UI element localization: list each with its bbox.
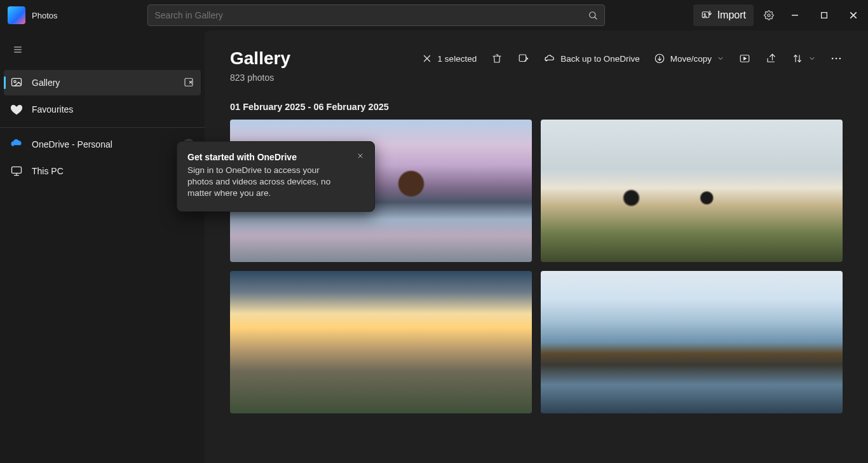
app-icon	[8, 6, 25, 24]
trash-icon	[491, 53, 503, 64]
slideshow-button[interactable]	[738, 53, 751, 64]
more-icon	[830, 52, 843, 65]
svg-point-13	[14, 81, 16, 83]
edit-image-button[interactable]	[517, 53, 530, 64]
maximize-icon	[821, 12, 827, 18]
sidebar-separator	[0, 127, 205, 128]
monitor-icon	[10, 165, 23, 177]
window-maximize-button[interactable]	[810, 0, 839, 31]
svg-point-25	[836, 58, 837, 60]
sidebar: Gallery Favourites OneDrive - Personal T…	[0, 31, 205, 463]
svg-rect-14	[185, 78, 193, 86]
gallery-icon	[10, 76, 23, 89]
move-copy-button[interactable]: Move/copy	[654, 53, 724, 64]
backup-onedrive-button[interactable]: Back up to OneDrive	[544, 53, 640, 64]
sidebar-item-label: This PC	[32, 166, 64, 176]
onedrive-tooltip: Get started with OneDrive Sign in to One…	[177, 141, 375, 212]
search-icon	[588, 10, 598, 20]
import-icon	[701, 10, 712, 21]
sort-icon	[792, 53, 803, 64]
move-icon	[654, 53, 665, 64]
svg-line-1	[595, 17, 597, 19]
close-icon	[356, 152, 364, 160]
cloud-icon	[544, 53, 555, 64]
search-input[interactable]	[154, 10, 588, 20]
sidebar-item-gallery[interactable]: Gallery	[4, 70, 201, 95]
page-title: Gallery	[230, 48, 290, 69]
close-icon	[850, 12, 857, 18]
svg-point-24	[832, 58, 834, 60]
svg-rect-16	[12, 167, 22, 173]
tooltip-body: Sign in to OneDrive to access your photo…	[187, 165, 346, 200]
svg-rect-6	[822, 13, 827, 18]
photo-count-label: 823 photos	[230, 73, 843, 83]
sort-button[interactable]	[792, 53, 816, 64]
gear-icon	[764, 10, 774, 20]
main-content: Gallery 1 selected Back up to OneDrive	[205, 31, 868, 463]
import-label: Import	[717, 10, 746, 21]
sidebar-item-label: Favourites	[32, 104, 73, 114]
svg-point-3	[704, 13, 705, 15]
svg-point-0	[590, 12, 595, 18]
slideshow-icon	[739, 53, 750, 64]
window-minimize-button[interactable]	[780, 0, 810, 31]
delete-button[interactable]	[491, 53, 503, 64]
minimize-icon	[792, 12, 798, 18]
photo-thumbnail[interactable]	[541, 120, 843, 262]
titlebar: Photos Import	[0, 0, 868, 31]
filter-icon[interactable]	[183, 77, 194, 88]
movecopy-label: Move/copy	[670, 54, 712, 64]
sidebar-item-favourites[interactable]: Favourites	[4, 97, 201, 122]
tooltip-title: Get started with OneDrive	[187, 152, 346, 162]
backup-label: Back up to OneDrive	[560, 54, 640, 64]
sidebar-item-onedrive[interactable]: OneDrive - Personal	[4, 132, 201, 157]
hamburger-icon	[13, 45, 23, 55]
svg-point-26	[839, 58, 841, 60]
sidebar-item-thispc[interactable]: This PC	[4, 158, 201, 184]
sidebar-item-label: OneDrive - Personal	[32, 139, 112, 149]
toolbar: 1 selected Back up to OneDrive Move/copy	[421, 52, 843, 65]
selection-count-label: 1 selected	[438, 54, 477, 64]
chevron-down-icon	[717, 55, 724, 62]
import-button[interactable]: Import	[693, 4, 754, 26]
svg-rect-21	[519, 55, 526, 62]
app-name: Photos	[32, 11, 57, 20]
date-range-label: 01 February 2025 - 06 February 2025	[230, 102, 843, 112]
heart-icon	[10, 103, 23, 116]
search-box[interactable]	[147, 4, 605, 26]
chevron-down-icon	[808, 55, 816, 62]
edit-image-icon	[518, 53, 529, 64]
clear-selection-button[interactable]: 1 selected	[421, 53, 477, 64]
close-icon	[421, 53, 433, 64]
share-button[interactable]	[765, 53, 778, 64]
more-button[interactable]	[830, 52, 843, 65]
share-icon	[766, 53, 777, 64]
onedrive-icon	[10, 137, 23, 150]
settings-button[interactable]	[757, 0, 780, 31]
window-close-button[interactable]	[839, 0, 868, 31]
hamburger-button[interactable]	[5, 38, 31, 61]
svg-point-4	[768, 14, 770, 17]
photo-thumbnail[interactable]	[541, 271, 843, 413]
photo-thumbnail[interactable]	[230, 271, 532, 413]
tooltip-close-button[interactable]	[353, 148, 368, 163]
sidebar-item-label: Gallery	[32, 78, 60, 88]
